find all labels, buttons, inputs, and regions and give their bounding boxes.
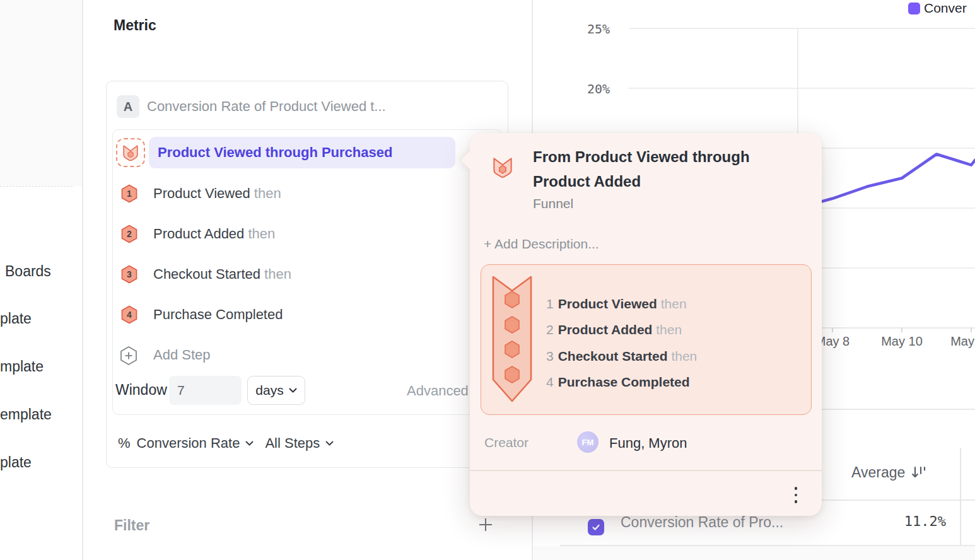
- popover-step-3: 3Checkout Started then: [546, 349, 697, 365]
- table-row-label[interactable]: Conversion Rate of Pro...: [621, 514, 783, 531]
- sidebar-item-template-4[interactable]: plate: [0, 453, 32, 472]
- window-unit-value: days: [255, 383, 283, 398]
- funnel-metric-icon-box[interactable]: [116, 138, 145, 167]
- step-4-label: Purchase Completed: [153, 306, 283, 323]
- chevron-down-icon: [289, 388, 297, 393]
- window-unit-select[interactable]: days: [247, 376, 305, 405]
- popover-type-label: Funnel: [533, 196, 573, 211]
- measure-dropdown[interactable]: Conversion Rate: [137, 435, 254, 452]
- add-description-link[interactable]: + Add Description...: [484, 236, 599, 252]
- steps-scope-dropdown[interactable]: All Steps: [265, 435, 334, 452]
- funnel-icon: [491, 155, 515, 179]
- percent-symbol: %: [118, 435, 131, 452]
- check-icon: [591, 522, 601, 532]
- sidebar-item-boards[interactable]: Boards: [5, 262, 51, 281]
- chevron-down-icon: [245, 441, 254, 446]
- metric-details-popover: From Product Viewed through Product Adde…: [470, 133, 822, 516]
- creator-label: Creator: [484, 435, 528, 450]
- add-filter-plus-icon[interactable]: [478, 517, 493, 532]
- filter-section-title: Filter: [114, 517, 149, 534]
- sidebar-item-template-2[interactable]: mplate: [0, 357, 44, 376]
- table-column-divider: [960, 448, 961, 546]
- step-4-number: 4: [121, 305, 137, 324]
- sidebar-divider: [0, 186, 73, 187]
- sidebar-item-template-1[interactable]: plate: [0, 309, 32, 328]
- popover-step-4: 4Purchase Completed: [546, 375, 690, 391]
- sidebar-item-template-3[interactable]: emplate: [0, 405, 52, 424]
- sort-descending-icon: [911, 465, 928, 480]
- popover-footer-divider: [470, 470, 822, 471]
- funnel-banner-icon: [491, 275, 533, 404]
- funnel-step-row-3[interactable]: 3 Checkout Started then: [112, 265, 465, 285]
- step-3-number: 3: [121, 265, 137, 284]
- series-checkbox[interactable]: [588, 519, 604, 535]
- creator-avatar: FM: [577, 431, 598, 453]
- add-step-label: Add Step: [153, 347, 211, 363]
- creator-name: Fung, Myron: [609, 435, 687, 452]
- window-label: Window: [115, 382, 167, 399]
- left-sidebar: Boards plate mplate emplate plate: [0, 0, 82, 560]
- series-letter-badge: A: [117, 95, 139, 118]
- series-name[interactable]: Conversion Rate of Product Viewed t...: [147, 98, 386, 115]
- table-footer-area: [533, 546, 975, 560]
- add-step-hexagon-plus-icon: [120, 346, 137, 366]
- funnel-icon: [121, 143, 140, 162]
- step-1-number: 1: [121, 184, 137, 203]
- sidebar-border: [82, 0, 83, 560]
- step-1-label: Product Viewed then: [153, 185, 281, 202]
- funnel-step-row-1[interactable]: 1 Product Viewed then: [112, 184, 465, 204]
- add-step-button[interactable]: Add Step: [112, 346, 465, 366]
- popover-step-1: 1Product Viewed then: [546, 296, 687, 313]
- selected-metric-label[interactable]: Product Viewed through Purchased: [158, 144, 392, 161]
- step-3-label: Checkout Started then: [153, 266, 291, 283]
- advanced-link[interactable]: Advanced: [407, 383, 469, 399]
- funnel-step-row-4[interactable]: 4 Purchase Completed: [112, 305, 465, 325]
- step-2-label: Product Added then: [153, 226, 275, 242]
- average-column-header[interactable]: Average: [851, 464, 928, 481]
- table-row-average-value: 11.2%: [877, 513, 946, 529]
- step-2-number: 2: [121, 225, 137, 243]
- metric-section-title: Metric: [114, 17, 156, 34]
- kebab-menu-icon[interactable]: [788, 484, 803, 506]
- window-value-input[interactable]: [169, 376, 242, 405]
- sidebar-top-section: [0, 0, 82, 186]
- popover-title: From Product Viewed through Product Adde…: [533, 144, 785, 194]
- popover-step-2: 2Product Added then: [546, 322, 682, 339]
- funnel-summary-box: 1Product Viewed then 2Product Added then…: [481, 264, 812, 415]
- chevron-down-icon: [325, 441, 334, 446]
- funnel-step-row-2[interactable]: 2 Product Added then: [112, 225, 465, 245]
- app-root: { "colors": { "accent_purple": "#6C5BE8"…: [0, 0, 975, 560]
- measure-row: % Conversion Rate All Steps: [118, 434, 334, 453]
